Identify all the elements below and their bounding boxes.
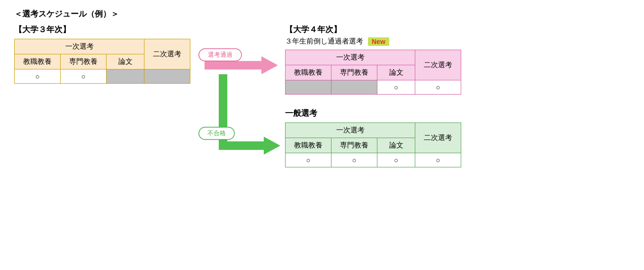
4new-kyoshoku-header: 教職教養 — [286, 65, 331, 80]
4new-niji-data: ○ — [415, 80, 461, 95]
table-ippan: 一次選考 二次選考 教職教養 専門教養 論文 ○ ○ ○ ○ — [285, 122, 461, 167]
right-section: 【大学４年次】 ３年生前倒し通過者選考 New 一次選考 二次選考 教職教養 専… — [285, 24, 461, 167]
sub-heading-row: ３年生前倒し通過者選考 New — [285, 37, 461, 46]
svg-rect-3 — [219, 141, 266, 150]
3nen-ichiji-header: 一次選考 — [15, 39, 144, 54]
page-title: ＜選考スケジュール（例）＞ — [14, 9, 630, 19]
3nen-kyoshoku-header: 教職教養 — [15, 54, 61, 70]
svg-marker-4 — [264, 137, 280, 155]
ippan-ronbun-header: 論文 — [377, 138, 415, 153]
right-top: 一次選考 二次選考 教職教養 専門教養 論文 ○ ○ — [285, 50, 461, 95]
ippan-senmon-data: ○ — [331, 153, 377, 167]
new-badge: New — [368, 37, 389, 46]
svg-text:不合格: 不合格 — [207, 130, 226, 137]
3nen-ronbun-header: 論文 — [107, 54, 144, 70]
right-heading: 【大学４年次】 — [285, 24, 461, 35]
ippan-kyoshoku-header: 教職教養 — [286, 138, 331, 153]
svg-marker-1 — [261, 56, 278, 74]
4new-ronbun-data: ○ — [377, 80, 415, 95]
ippan-heading: 一般選考 — [285, 108, 317, 119]
4new-senmon-data — [331, 80, 377, 95]
table-3nen: 一次選考 二次選考 教職教養 専門教養 論文 ○ ○ — [14, 39, 190, 84]
svg-text:選考通過: 選考通過 — [208, 51, 233, 58]
4new-senmon-header: 専門教養 — [331, 65, 377, 80]
3nen-kyoshoku-data: ○ — [15, 70, 61, 84]
ippan-label-area: 一般選考 — [285, 108, 461, 119]
layout-root: 【大学３年次】 一次選考 二次選考 教職教養 専門教養 論文 ○ ○ — [14, 24, 630, 167]
3nen-niji-header: 二次選考 — [144, 39, 190, 70]
sub-heading-text: ３年生前倒し通過者選考 — [285, 37, 363, 46]
ippan-niji-data: ○ — [415, 153, 461, 167]
4new-niji-header: 二次選考 — [415, 50, 461, 80]
4new-ronbun-header: 論文 — [377, 65, 415, 80]
ippan-ronbun-data: ○ — [377, 153, 415, 167]
ippan-senmon-header: 専門教養 — [331, 138, 377, 153]
3nen-senmon-header: 専門教養 — [61, 54, 107, 70]
main-container: ＜選考スケジュール（例）＞ 【大学３年次】 一次選考 二次選考 教職教養 専門教… — [0, 0, 644, 176]
svg-rect-0 — [205, 61, 261, 70]
ippan-niji-header: 二次選考 — [415, 123, 461, 153]
4new-kyoshoku-data — [286, 80, 331, 95]
4new-ichiji-header: 一次選考 — [286, 50, 415, 65]
left-section: 【大学３年次】 一次選考 二次選考 教職教養 専門教養 論文 ○ ○ — [14, 24, 190, 84]
3nen-niji-data — [144, 70, 190, 84]
ippan-kyoshoku-data: ○ — [286, 153, 331, 167]
3nen-senmon-data: ○ — [61, 70, 107, 84]
3nen-ronbun-data — [107, 70, 144, 84]
table-4nen-new: 一次選考 二次選考 教職教養 専門教養 論文 ○ ○ — [285, 50, 461, 95]
arrows-svg: 選考通過 不合格 — [190, 24, 285, 223]
left-heading: 【大学３年次】 — [14, 24, 71, 35]
ippan-ichiji-header: 一次選考 — [286, 123, 415, 138]
